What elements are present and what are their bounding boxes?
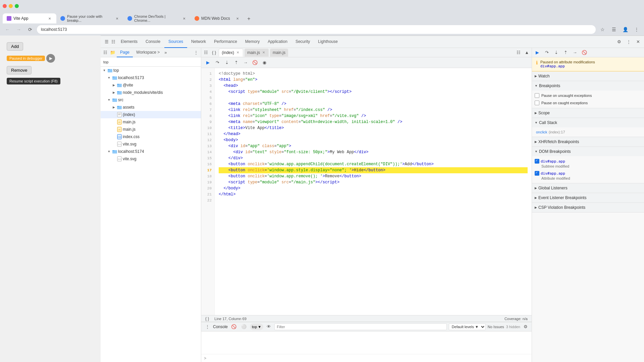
tab-sources[interactable]: Sources: [164, 36, 187, 48]
close-devtools-icon[interactable]: ✕: [635, 39, 641, 45]
rp-step-out-btn[interactable]: ⇡: [561, 49, 570, 57]
tree-item-localhost5173[interactable]: ▼ localhost:5173: [101, 74, 201, 81]
scope-header[interactable]: ▶ Scope: [532, 108, 644, 118]
tab-close-breakpoints[interactable]: ✕: [115, 16, 119, 21]
rp-step-into-btn[interactable]: ⇣: [552, 49, 560, 57]
rp-step-over-btn[interactable]: ↷: [543, 49, 551, 57]
editor-tab-index[interactable]: (index) ✕: [219, 49, 243, 57]
tree-item-index[interactable]: (index): [101, 111, 201, 118]
tab-close-mdn[interactable]: ✕: [235, 16, 240, 21]
tab-lighthouse[interactable]: Lighthouse: [314, 36, 342, 48]
step-out-btn[interactable]: ⇡: [232, 59, 240, 67]
tab-network[interactable]: Network: [187, 36, 210, 48]
editor-tab-mainjs1[interactable]: main.js ✕: [245, 49, 269, 57]
tab-performance[interactable]: Performance: [210, 36, 241, 48]
preserve-log-icon[interactable]: ⚪: [240, 323, 248, 330]
step-over-btn[interactable]: ↷: [213, 59, 221, 67]
split-right-icon[interactable]: ☷: [515, 49, 522, 56]
console-menu-icon[interactable]: ⋮: [204, 323, 211, 330]
tree-item-assets[interactable]: ▶ assets: [101, 104, 201, 111]
maximize-button[interactable]: [15, 4, 19, 8]
global-listeners-header[interactable]: ▶ Global Listeners: [532, 183, 644, 193]
bookmark-button[interactable]: ☆: [598, 25, 607, 34]
devtools-toggle-icon[interactable]: ☰: [103, 39, 110, 45]
reload-button[interactable]: ⟳: [25, 25, 35, 34]
step-into-btn[interactable]: ⇣: [223, 59, 231, 67]
eye-icon[interactable]: 👁: [265, 323, 272, 330]
menu-button[interactable]: ⋮: [632, 25, 641, 34]
dom-bp-check1[interactable]: [535, 159, 539, 164]
tab-console[interactable]: Console: [142, 36, 164, 48]
filesystem-icon[interactable]: 📁: [109, 49, 117, 56]
pause-uncaught-checkbox[interactable]: [535, 93, 539, 98]
url-bar[interactable]: localhost:5173: [37, 25, 596, 34]
console-filter-input[interactable]: [274, 323, 447, 330]
sidebar-toggle-icon[interactable]: ☷: [102, 49, 109, 56]
close-tab-mainjs1[interactable]: ✕: [261, 50, 266, 55]
breakpoints-header[interactable]: ▼ Breakpoints: [532, 81, 644, 90]
resume-execution-btn[interactable]: ▶: [204, 59, 212, 67]
console-context[interactable]: top ▼: [250, 323, 263, 330]
add-button[interactable]: Add: [7, 42, 23, 51]
rp-deactivate-btn[interactable]: 🚫: [580, 49, 588, 57]
dont-pause-exceptions-btn[interactable]: ◉: [260, 59, 268, 67]
close-tab-index[interactable]: ✕: [235, 50, 240, 55]
tab-mdn[interactable]: MDN Web Docs ✕: [191, 13, 244, 23]
tab-breakpoints[interactable]: Pause your code with breakp... ✕: [56, 13, 123, 23]
tree-item-vite[interactable]: ▶ @vite: [101, 81, 201, 89]
tree-item-mainjs2[interactable]: JS main.js: [101, 126, 201, 133]
tab-vite-app[interactable]: Vite App ✕: [3, 13, 56, 23]
new-tab-button[interactable]: +: [244, 14, 254, 23]
sources-tab-page[interactable]: Page: [117, 48, 133, 57]
close-button[interactable]: [3, 4, 7, 8]
extensions-button[interactable]: ☰: [609, 25, 619, 34]
tree-item-vitesvg[interactable]: SVG vite.svg: [101, 140, 201, 148]
tree-item-localhost5174[interactable]: ▼ localhost:5174: [101, 148, 201, 155]
tab-memory[interactable]: Memory: [241, 36, 264, 48]
tab-devtools[interactable]: Chrome DevTools | Chrome... ✕: [123, 13, 191, 23]
sources-more-icon[interactable]: ⋮: [193, 49, 200, 56]
format-icon[interactable]: { }: [211, 49, 217, 56]
clear-console-icon[interactable]: 🚫: [230, 323, 238, 330]
back-button[interactable]: ←: [3, 25, 12, 34]
step-btn[interactable]: →: [241, 59, 250, 67]
console-level-select[interactable]: Default levels ▼: [449, 323, 486, 330]
csp-header[interactable]: ▶ CSP Violation Breakpoints: [532, 203, 644, 212]
deactivate-breakpoints-btn[interactable]: 🚫: [251, 59, 259, 67]
tab-elements[interactable]: Elements: [117, 36, 142, 48]
tree-item-vitesvg2[interactable]: SVG vite.svg: [101, 155, 201, 163]
callstack-item-onclick[interactable]: onclick (index):17: [535, 129, 641, 135]
rp-step-btn[interactable]: →: [571, 49, 579, 57]
more-tools-icon[interactable]: ⋮: [625, 39, 632, 45]
rp-resume-btn[interactable]: ▶: [533, 49, 541, 57]
console-input[interactable]: [209, 356, 529, 361]
dom-bp-check2[interactable]: [535, 171, 539, 176]
dom-bp-header[interactable]: ▼ DOM Breakpoints: [532, 147, 644, 156]
sources-tab-workspace[interactable]: Workspace >: [133, 48, 163, 57]
more-tabs-icon[interactable]: »: [163, 49, 168, 56]
tree-item-mainjs1[interactable]: JS main.js: [101, 118, 201, 126]
console-settings-icon[interactable]: ⚙: [522, 323, 529, 330]
tree-item-nodemodules[interactable]: ▶ node_modules/vite/dis: [101, 89, 201, 96]
callstack-header[interactable]: ▼ Call Stack: [532, 118, 644, 127]
split-editor-icon[interactable]: ☷: [203, 49, 209, 56]
tree-item-indexcss[interactable]: CSS index.css: [101, 133, 201, 140]
code-content[interactable]: <!doctype html> <html lang="en"> <head> …: [215, 68, 532, 315]
tree-item-src[interactable]: ▼ src: [101, 96, 201, 104]
minimize-button[interactable]: [9, 4, 13, 8]
xhr-header[interactable]: ▶ XHR/fetch Breakpoints: [532, 137, 644, 146]
pause-caught-checkbox[interactable]: [535, 101, 539, 105]
forward-button[interactable]: →: [14, 25, 23, 34]
tab-close-vite[interactable]: ✕: [47, 16, 52, 21]
resume-button[interactable]: ▶: [46, 54, 55, 63]
tree-item-top[interactable]: ▼ top: [101, 67, 201, 74]
event-listener-header[interactable]: ▶ Event Listener Breakpoints: [532, 193, 644, 202]
navigation-icon[interactable]: ▲: [523, 49, 530, 56]
tab-application[interactable]: Application: [264, 36, 291, 48]
profile-button[interactable]: 👤: [621, 25, 630, 34]
watch-header[interactable]: ▶ Watch: [532, 71, 644, 81]
tab-close-devtools[interactable]: ✕: [181, 16, 186, 21]
tab-security[interactable]: Security: [291, 36, 314, 48]
editor-tab-mainjs2[interactable]: main.js: [270, 49, 288, 57]
settings-icon[interactable]: ⚙: [616, 39, 623, 45]
